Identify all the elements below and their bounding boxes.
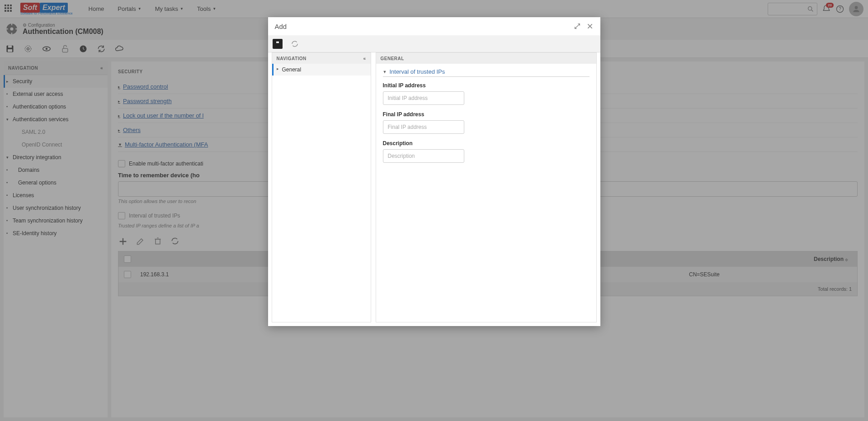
modal-nav: NAVIGATION« ▸General [272, 52, 371, 322]
description-label: Description [383, 140, 590, 147]
final-ip-input[interactable] [383, 120, 464, 134]
modal-title: Add [275, 23, 287, 30]
modal-content: GENERAL ▼Interval of trusted IPs Initial… [376, 52, 597, 322]
add-modal: Add NAVIGATION« ▸General GENERAL ▼Interv… [268, 17, 600, 326]
close-icon[interactable] [586, 23, 594, 30]
final-ip-label: Final IP address [383, 111, 590, 118]
modal-overlay: Add NAVIGATION« ▸General GENERAL ▼Interv… [0, 0, 868, 421]
modal-content-title: GENERAL [376, 53, 596, 64]
modal-toolbar [268, 35, 600, 52]
svg-rect-22 [276, 41, 279, 43]
modal-nav-title: NAVIGATION [277, 56, 307, 61]
modal-nav-general[interactable]: ▸General [272, 64, 371, 76]
save-icon [274, 41, 281, 47]
modal-refresh-icon[interactable] [291, 40, 299, 48]
initial-ip-label: Initial IP address [383, 82, 590, 89]
description-input[interactable] [383, 149, 464, 163]
initial-ip-input[interactable] [383, 91, 464, 105]
expand-icon[interactable] [574, 23, 581, 30]
section-trusted-ips[interactable]: ▼Interval of trusted IPs [383, 68, 590, 77]
collapse-modal-nav-icon[interactable]: « [363, 56, 366, 61]
modal-save-button[interactable] [273, 39, 283, 49]
